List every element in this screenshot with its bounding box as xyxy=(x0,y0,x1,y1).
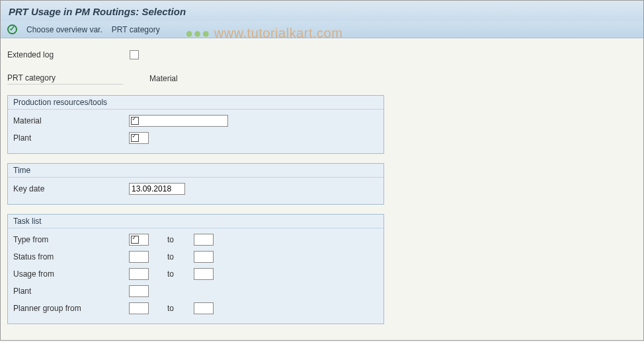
content-area: Extended log PRT category Material Produ… xyxy=(1,38,643,333)
group-task-title: Task list xyxy=(8,215,383,228)
status-from-label: Status from xyxy=(13,252,129,261)
type-to-input[interactable] xyxy=(194,234,214,246)
prt-category-button[interactable]: PRT category xyxy=(112,25,160,34)
extended-log-label: Extended log xyxy=(7,50,130,59)
task-plant-label: Plant xyxy=(13,287,129,296)
key-date-label: Key date xyxy=(13,184,129,193)
material-input[interactable] xyxy=(129,115,228,127)
to-label: to xyxy=(167,235,194,244)
plant-input[interactable] xyxy=(129,132,149,144)
status-from-input[interactable] xyxy=(129,251,149,263)
material-label: Material xyxy=(13,116,129,125)
usage-from-label: Usage from xyxy=(13,269,129,279)
type-from-input[interactable] xyxy=(129,234,149,246)
extended-log-checkbox[interactable] xyxy=(130,50,139,59)
to-label: to xyxy=(167,252,194,261)
prt-category-value: Material xyxy=(149,74,178,83)
to-label: to xyxy=(167,269,194,279)
title-bar: PRT Usage in PM Routings: Selection xyxy=(1,1,643,21)
group-time-title: Time xyxy=(8,164,383,178)
usage-to-input[interactable] xyxy=(194,268,214,280)
planner-from-label: Planner group from xyxy=(13,304,129,313)
usage-from-input[interactable] xyxy=(129,268,149,280)
task-plant-input[interactable] xyxy=(129,285,149,297)
key-date-input[interactable] xyxy=(129,183,185,195)
prt-category-label: PRT category xyxy=(7,73,123,85)
choose-overview-button[interactable]: Choose overview var. xyxy=(26,25,102,34)
sap-window: PRT Usage in PM Routings: Selection Choo… xyxy=(0,0,644,341)
planner-from-input[interactable] xyxy=(129,302,149,314)
execute-icon[interactable] xyxy=(7,24,17,34)
toolbar: Choose overview var. PRT category xyxy=(1,21,643,38)
plant-label: Plant xyxy=(13,133,129,143)
page-title: PRT Usage in PM Routings: Selection xyxy=(9,6,635,17)
to-label: to xyxy=(167,304,194,313)
planner-to-input[interactable] xyxy=(194,302,214,314)
group-task-list: Task list Type from to Status from to xyxy=(7,214,384,324)
group-prt-title: Production resources/tools xyxy=(8,96,383,110)
status-to-input[interactable] xyxy=(194,251,214,263)
type-from-label: Type from xyxy=(13,235,129,244)
group-production-resources: Production resources/tools Material Plan… xyxy=(7,95,384,154)
group-time: Time Key date xyxy=(7,163,384,205)
